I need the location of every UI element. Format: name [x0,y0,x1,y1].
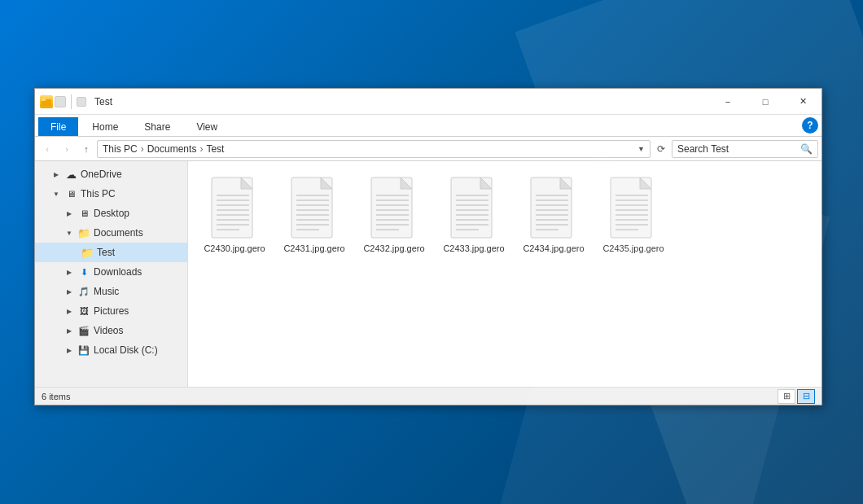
title-bar: Test − □ ✕ [35,89,821,115]
desktop-expand[interactable]: ▶ [64,208,74,218]
quick-access-icon-2[interactable] [77,97,86,107]
file-name: C2431.jpg.gero [283,243,344,254]
music-icon: 🎵 [77,285,90,298]
window-controls: − □ ✕ [709,89,821,115]
file-name: C2433.jpg.gero [443,243,504,254]
sidebar-item-test[interactable]: 📁 Test [35,243,187,262]
file-icon [448,176,500,239]
status-bar: 6 items ⊞ ⊟ [35,387,821,405]
videos-expand[interactable]: ▶ [64,326,74,335]
file-item[interactable]: C2435.jpg.gero [597,171,670,259]
path-sep-1: › [141,143,144,155]
tab-view[interactable]: View [184,117,230,136]
view-icons-button[interactable]: ⊟ [797,389,815,404]
path-test[interactable]: Test [206,143,224,155]
search-icon[interactable]: 🔍 [800,143,813,155]
pictures-expand[interactable]: ▶ [64,306,74,316]
desktop-icon: 🖥 [77,207,90,220]
path-dropdown-arrow[interactable]: ▼ [637,145,645,153]
downloads-expand[interactable]: ▶ [64,267,74,277]
title-divider [71,94,72,109]
sidebar-item-videos[interactable]: ▶ 🎬 Videos [35,321,187,340]
file-name: C2435.jpg.gero [602,243,664,254]
sidebar-item-desktop[interactable]: ▶ 🖥 Desktop [35,204,187,223]
thispc-icon: 🖥 [64,187,77,200]
file-icon [288,176,340,239]
quick-access-icon-1[interactable] [55,96,66,107]
sidebar: ▶ ☁ OneDrive ▼ 🖥 This PC ▶ 🖥 Desktop ▼ 📁… [35,161,188,387]
refresh-button[interactable]: ⟳ [652,140,670,158]
pictures-icon: 🖼 [77,305,90,318]
sidebar-item-pictures[interactable]: ▶ 🖼 Pictures [35,301,187,321]
maximize-button[interactable]: □ [747,89,784,115]
sidebar-item-localdisk[interactable]: ▶ 💾 Local Disk (C:) [35,340,187,360]
path-documents[interactable]: Documents [147,143,197,155]
item-count: 6 items [42,392,70,401]
localdisk-icon: 💾 [77,344,90,357]
onedrive-label: OneDrive [81,169,122,180]
downloads-label: Downloads [94,266,142,278]
file-item[interactable]: C2433.jpg.gero [437,171,510,259]
file-name: C2432.jpg.gero [363,243,424,254]
videos-icon: 🎬 [77,324,90,337]
file-name: C2434.jpg.gero [523,243,584,254]
file-icon [607,176,659,239]
file-item[interactable]: C2431.jpg.gero [278,171,351,259]
title-bar-icons [35,94,91,109]
file-name: C2430.jpg.gero [204,243,265,254]
window-title: Test [91,96,709,107]
tab-file[interactable]: File [38,117,78,136]
back-button[interactable]: ‹ [38,140,56,158]
path-thispc[interactable]: This PC [103,143,138,155]
sidebar-item-thispc[interactable]: ▼ 🖥 This PC [35,184,187,204]
pictures-label: Pictures [94,305,129,317]
close-button[interactable]: ✕ [784,89,821,115]
file-icon [208,176,261,239]
view-toggle: ⊞ ⊟ [778,389,815,404]
explorer-window: Test − □ ✕ File Home Share View ? ‹ › ↑ … [34,88,822,405]
onedrive-expand[interactable]: ▶ [51,169,61,179]
sidebar-item-onedrive[interactable]: ▶ ☁ OneDrive [35,164,187,184]
file-item[interactable]: C2430.jpg.gero [198,171,271,259]
documents-label: Documents [94,227,143,239]
test-label: Test [97,247,115,258]
test-folder-icon: 📁 [81,246,94,259]
tab-home[interactable]: Home [80,117,130,136]
downloads-icon: ⬇ [77,265,90,278]
address-bar: ‹ › ↑ This PC › Documents › Test ▼ ⟳ 🔍 [35,137,821,161]
search-input[interactable] [677,143,797,155]
up-button[interactable]: ↑ [77,140,95,158]
view-details-button[interactable]: ⊞ [778,389,795,404]
videos-label: Videos [94,325,123,336]
localdisk-label: Local Disk (C:) [94,344,158,356]
minimize-button[interactable]: − [709,89,747,115]
file-item[interactable]: C2434.jpg.gero [517,171,590,259]
localdisk-expand[interactable]: ▶ [64,345,74,355]
folder-icon [40,95,53,108]
music-label: Music [94,286,119,297]
documents-expand[interactable]: ▼ [64,228,74,238]
help-button[interactable]: ? [802,117,818,134]
file-icon [528,176,580,239]
file-item[interactable]: C2432.jpg.gero [357,171,431,259]
file-icon [368,176,420,239]
sidebar-item-documents[interactable]: ▼ 📁 Documents [35,223,187,243]
ribbon-tabs: File Home Share View ? [35,115,821,136]
sidebar-item-downloads[interactable]: ▶ ⬇ Downloads [35,262,187,282]
thispc-label: This PC [81,188,116,199]
sidebar-item-music[interactable]: ▶ 🎵 Music [35,282,187,301]
desktop-label: Desktop [94,208,129,219]
address-path[interactable]: This PC › Documents › Test ▼ [97,140,651,158]
path-sep-2: › [199,143,203,155]
ribbon: File Home Share View ? [35,115,821,137]
music-expand[interactable]: ▶ [64,287,74,296]
main-content: ▶ ☁ OneDrive ▼ 🖥 This PC ▶ 🖥 Desktop ▼ 📁… [35,161,821,387]
forward-button[interactable]: › [58,140,76,158]
tab-share[interactable]: Share [132,117,182,136]
svg-rect-1 [42,99,46,101]
file-area: C2430.jpg.gero [188,161,821,387]
thispc-expand[interactable]: ▼ [51,189,61,199]
onedrive-icon: ☁ [64,168,77,181]
documents-icon: 📁 [77,226,90,239]
search-box[interactable]: 🔍 [672,140,818,158]
